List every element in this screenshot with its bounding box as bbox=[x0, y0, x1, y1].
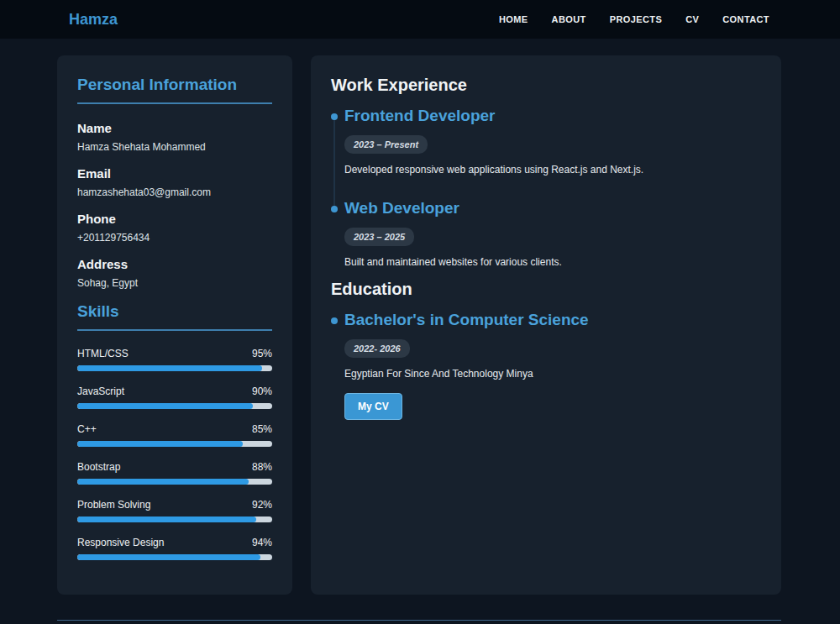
skill-item-responsive-design: Responsive Design 94% bbox=[77, 537, 272, 560]
skill-progress-track bbox=[77, 517, 272, 522]
skills-title: Skills bbox=[77, 302, 272, 331]
skill-progress-fill bbox=[77, 554, 260, 560]
experience-card: Work Experience Frontend Developer 2023 … bbox=[311, 55, 781, 595]
field-address-value: Sohag, Egypt bbox=[77, 277, 272, 289]
nav-item-contact[interactable]: CONTACT bbox=[722, 14, 769, 24]
timeline-dot-icon bbox=[331, 206, 338, 212]
experience-description: Built and maintained websites for variou… bbox=[344, 256, 761, 268]
nav-links: HOME ABOUT PROJECTS CV CONTACT bbox=[499, 14, 769, 24]
skill-progress-track bbox=[77, 365, 272, 371]
field-name-label: Name bbox=[77, 121, 272, 135]
main-content: Personal Information Name Hamza Shehata … bbox=[0, 39, 840, 595]
experience-period-badge: 2023 – Present bbox=[344, 135, 428, 154]
experience-item-web-dev: Web Developer 2023 – 2025 Built and main… bbox=[344, 199, 761, 268]
field-email-label: Email bbox=[77, 166, 272, 181]
skill-progress-track bbox=[77, 479, 272, 485]
skill-progress-track bbox=[77, 441, 272, 447]
brand-logo[interactable]: Hamza bbox=[69, 11, 118, 29]
personal-info-card: Personal Information Name Hamza Shehata … bbox=[57, 55, 292, 595]
skill-progress-fill bbox=[77, 365, 262, 371]
nav-item-projects[interactable]: PROJECTS bbox=[610, 14, 663, 24]
experience-item-frontend: Frontend Developer 2023 – Present Develo… bbox=[344, 107, 761, 176]
experience-timeline: Frontend Developer 2023 – Present Develo… bbox=[331, 107, 761, 268]
education-timeline: Bachelor's in Computer Science 2022- 202… bbox=[331, 311, 761, 420]
field-address-label: Address bbox=[77, 257, 272, 271]
skill-item-html-css: HTML/CSS 95% bbox=[77, 348, 272, 371]
work-experience-title: Work Experience bbox=[331, 76, 761, 95]
education-item: Bachelor's in Computer Science 2022- 202… bbox=[344, 311, 761, 420]
skill-label: JavaScript bbox=[77, 385, 124, 397]
field-phone-value: +201129756434 bbox=[77, 232, 272, 244]
skill-progress-fill bbox=[77, 517, 256, 522]
field-email-value: hamzashehata03@gmail.com bbox=[77, 186, 272, 198]
skill-percent: 94% bbox=[252, 537, 272, 548]
field-address: Address Sohag, Egypt bbox=[77, 257, 272, 289]
skill-progress-track bbox=[77, 554, 272, 560]
timeline-dot-icon bbox=[331, 113, 338, 120]
experience-role: Frontend Developer bbox=[344, 107, 761, 125]
experience-period-badge: 2023 – 2025 bbox=[344, 228, 414, 246]
skill-label: Bootstrap bbox=[77, 461, 120, 473]
skill-percent: 95% bbox=[252, 348, 272, 359]
personal-info-title: Personal Information bbox=[77, 76, 272, 104]
nav-item-about[interactable]: ABOUT bbox=[552, 14, 586, 24]
my-cv-button[interactable]: My CV bbox=[344, 393, 402, 420]
skill-item-javascript: JavaScript 90% bbox=[77, 385, 272, 409]
field-name: Name Hamza Shehata Mohammed bbox=[77, 121, 272, 153]
field-phone: Phone +201129756434 bbox=[77, 212, 272, 244]
timeline-dot-icon bbox=[331, 317, 338, 324]
skill-item-bootstrap: Bootstrap 88% bbox=[77, 461, 272, 485]
nav-item-cv[interactable]: CV bbox=[685, 14, 699, 24]
education-degree: Bachelor's in Computer Science bbox=[344, 311, 761, 329]
skill-label: Problem Solving bbox=[77, 499, 150, 511]
education-title: Education bbox=[331, 280, 761, 299]
skill-progress-fill bbox=[77, 479, 249, 485]
nav-item-home[interactable]: HOME bbox=[499, 14, 528, 24]
skills-section: Skills HTML/CSS 95% JavaScript 90% bbox=[77, 302, 272, 560]
skill-item-problem-solving: Problem Solving 92% bbox=[77, 499, 272, 522]
skill-label: C++ bbox=[77, 423, 97, 435]
education-period-badge: 2022- 2026 bbox=[344, 339, 410, 358]
footer-divider bbox=[57, 620, 781, 621]
skill-percent: 88% bbox=[252, 461, 272, 473]
skill-percent: 90% bbox=[252, 385, 272, 397]
experience-role: Web Developer bbox=[344, 199, 761, 218]
skill-label: Responsive Design bbox=[77, 537, 164, 548]
field-phone-label: Phone bbox=[77, 212, 272, 226]
field-email: Email hamzashehata03@gmail.com bbox=[77, 166, 272, 198]
skill-label: HTML/CSS bbox=[77, 348, 129, 359]
skill-percent: 85% bbox=[252, 423, 272, 435]
skill-progress-fill bbox=[77, 441, 243, 447]
experience-description: Developed responsive web applications us… bbox=[344, 164, 761, 176]
education-school: Egyptian For Since And Technology Minya bbox=[344, 368, 761, 380]
skill-item-cpp: C++ 85% bbox=[77, 423, 272, 447]
navbar: Hamza HOME ABOUT PROJECTS CV CONTACT bbox=[0, 0, 840, 39]
field-name-value: Hamza Shehata Mohammed bbox=[77, 141, 272, 153]
skill-progress-track bbox=[77, 403, 272, 409]
skill-progress-fill bbox=[77, 403, 253, 409]
skill-percent: 92% bbox=[252, 499, 272, 511]
